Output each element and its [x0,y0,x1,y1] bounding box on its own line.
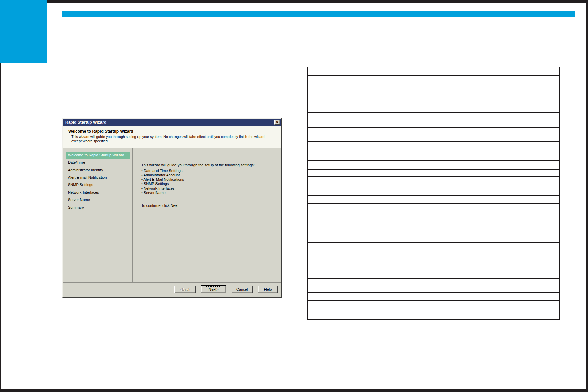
table-cell-label [308,243,365,251]
table-cell-label [308,251,365,264]
document-page: Rapid Startup Wizard × Welcome to Rapid … [0,0,588,392]
table-cell-label [308,204,365,220]
table-cell-label [308,301,365,319]
content-intro: This wizard will guide you through the s… [141,163,276,168]
page-border-top [47,0,588,3]
button-label: Cancel [234,286,250,292]
table-cell-label [308,150,365,160]
wizard-step-item[interactable]: Server Name [66,196,130,203]
table-cell-value [365,76,560,84]
table-cell-full [308,67,560,76]
wizard-step-item[interactable]: SNMP Settings [66,181,130,189]
table-row [308,142,560,150]
table-row [308,150,560,160]
wizard-step-item[interactable]: Network Interfaces [66,189,130,196]
close-icon: × [276,120,278,124]
table-cell-value [365,301,560,319]
settings-bullet-item: • Administrator Account [141,173,276,177]
table-row [308,169,560,177]
table-row [308,177,560,195]
table-cell-value [365,177,560,195]
table-cell-value [365,243,560,251]
table-row [308,160,560,169]
table-cell-value [365,84,560,94]
wizard-step-item[interactable]: Alert E-mail Notification [66,174,130,181]
table-cell-value [365,278,560,293]
back-button[interactable]: <Back [174,286,196,293]
table-cell-value [365,264,560,278]
table-cell-value [365,160,560,169]
settings-bullet-item: • Network Interfaces [141,186,276,191]
table-cell-label [308,278,365,293]
table-cell-value [365,204,560,220]
table-row [308,84,560,94]
table-cell-value [365,150,560,160]
table-cell-value [365,251,560,264]
close-button[interactable]: × [274,120,280,125]
table-row [308,251,560,264]
table-row [308,76,560,84]
table-cell-value [365,127,560,142]
table-row [308,243,560,251]
table-cell-full [308,94,560,102]
table-cell-label [308,169,365,177]
table-cell-label [308,160,365,169]
table-cell-label [308,220,365,234]
button-label: Next> [206,286,221,292]
table-cell-full [308,293,560,301]
table-row [308,113,560,127]
table-cell-label [308,102,365,113]
settings-bullet-list: • Date and Time Settings• Administrator … [141,169,276,195]
table-cell-label [308,113,365,127]
settings-bullet-item: • Date and Time Settings [141,169,276,173]
table-row [308,220,560,234]
button-label: <Back [178,286,193,292]
table-cell-label [308,127,365,142]
table-cell-full [308,195,560,204]
table-cell-value [365,102,560,113]
wizard-header: Welcome to Rapid Startup Wizard This wiz… [63,126,281,148]
table-row [308,278,560,293]
table-cell-label [308,84,365,94]
settings-bullet-item: • SNMP Settings [141,182,276,186]
table-cell-full [308,142,560,150]
wizard-step-item[interactable]: Welcome to Rapid Startup Wizard [66,152,130,159]
summary-table [307,67,560,320]
wizard-step-item[interactable]: Date/Time [66,159,130,166]
table-cell-value [365,169,560,177]
table-cell-label [308,264,365,278]
window-title: Rapid Startup Wizard [65,120,106,125]
page-border-bottom [0,389,588,392]
content-footer: To continue, click Next. [141,203,276,208]
wizard-header-title: Welcome to Rapid Startup Wizard [68,129,281,134]
nav-content-divider [132,148,133,282]
wizard-header-description: This wizard will guide you through setti… [71,135,269,143]
wizard-step-item[interactable]: Summary [66,204,130,211]
window-title-bar[interactable]: Rapid Startup Wizard × [63,119,281,126]
settings-bullet-item: • Alert E-Mail Notifications [141,177,276,182]
table-cell-label [308,76,365,84]
header-separator [63,148,281,148]
settings-bullet-item: • Server Name [141,191,276,195]
wizard-content: This wizard will guide you through the s… [141,163,276,208]
wizard-step-item[interactable]: Administrator Identity [66,166,130,174]
table-row [308,293,560,301]
chapter-accent-bar [62,11,575,17]
table-cell-value [365,234,560,243]
next-button[interactable]: Next> [201,286,226,293]
cancel-button[interactable]: Cancel [232,286,253,293]
table-cell-label [308,234,365,243]
corner-accent-block [0,0,47,63]
table-cell-label [308,177,365,195]
table-row [308,127,560,142]
wizard-step-list: Welcome to Rapid Startup WizardDate/Time… [66,152,130,211]
wizard-window: Rapid Startup Wizard × Welcome to Rapid … [62,118,282,298]
table-row [308,102,560,113]
button-label: Help [262,286,274,292]
wizard-button-row: <BackNext>CancelHelp [174,286,278,293]
page-border-right [586,0,588,392]
help-button[interactable]: Help [258,286,278,293]
table-cell-value [365,113,560,127]
table-row [308,67,560,76]
table-cell-value [365,220,560,234]
